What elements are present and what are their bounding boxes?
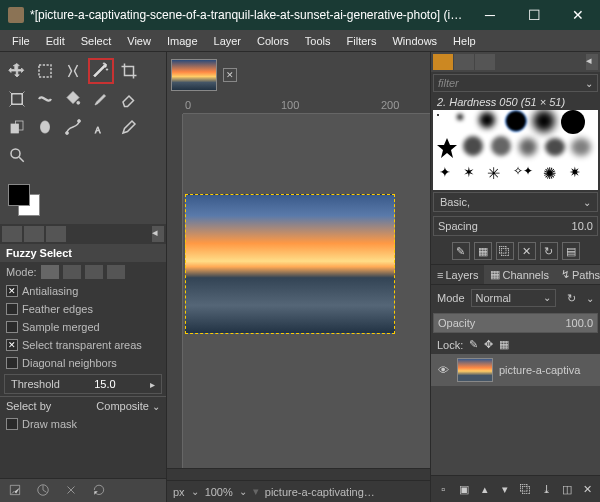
paths-tab[interactable]: ↯Paths xyxy=(555,265,600,284)
open-brush-icon[interactable]: ▤ xyxy=(562,242,580,260)
paths-tool[interactable] xyxy=(60,114,86,140)
reset-preset-icon[interactable] xyxy=(92,483,106,499)
menu-tools[interactable]: Tools xyxy=(297,33,339,49)
duplicate-layer-icon[interactable]: ⿻ xyxy=(518,480,535,498)
smudge-tool[interactable] xyxy=(32,114,58,140)
brush-preset-dropdown[interactable]: Basic,⌄ xyxy=(433,192,598,212)
canvas[interactable] xyxy=(183,114,430,468)
menu-filters[interactable]: Filters xyxy=(339,33,385,49)
sample-merged-checkbox[interactable] xyxy=(6,321,18,333)
menu-layer[interactable]: Layer xyxy=(206,33,250,49)
tab-menu-icon[interactable]: ◂ xyxy=(586,54,598,70)
antialiasing-checkbox[interactable] xyxy=(6,285,18,297)
brush-filter[interactable]: filter⌄ xyxy=(433,74,598,92)
menu-select[interactable]: Select xyxy=(73,33,120,49)
layer-row[interactable]: 👁 picture-a-captiva xyxy=(431,354,600,386)
zoom-tool[interactable] xyxy=(4,142,30,168)
spacing-slider[interactable]: Spacing10.0 xyxy=(433,216,598,236)
new-brush-icon[interactable]: ▦ xyxy=(474,242,492,260)
fonts-tab-icon[interactable] xyxy=(475,54,495,70)
threshold-label: Threshold xyxy=(11,378,60,390)
transform-tool[interactable] xyxy=(4,86,30,112)
color-picker-tool[interactable] xyxy=(116,114,142,140)
lower-layer-icon[interactable]: ▾ xyxy=(497,480,514,498)
drawmask-checkbox[interactable] xyxy=(6,418,18,430)
menu-windows[interactable]: Windows xyxy=(384,33,445,49)
paintbrush-tool[interactable] xyxy=(88,86,114,112)
lock-pixels-icon[interactable]: ✎ xyxy=(469,338,478,351)
tool-options-tab[interactable] xyxy=(2,226,22,242)
opacity-slider[interactable]: Opacity100.0 xyxy=(433,313,598,333)
visibility-icon[interactable]: 👁 xyxy=(435,364,451,376)
save-preset-icon[interactable] xyxy=(8,483,22,499)
mode-reset-icon[interactable]: ↻ xyxy=(562,289,580,307)
brushes-tab-icon[interactable] xyxy=(433,54,453,70)
warp-tool[interactable] xyxy=(32,86,58,112)
minimize-button[interactable]: ─ xyxy=(468,0,512,30)
select-by-dropdown[interactable]: Select byComposite ⌄ xyxy=(0,396,166,415)
move-tool[interactable] xyxy=(4,58,30,84)
bucket-fill-tool[interactable] xyxy=(60,86,86,112)
image-tab-thumb[interactable] xyxy=(171,59,217,91)
mask-icon[interactable]: ◫ xyxy=(559,480,576,498)
diagonal-checkbox[interactable] xyxy=(6,357,18,369)
edit-brush-icon[interactable]: ✎ xyxy=(452,242,470,260)
feather-checkbox[interactable] xyxy=(6,303,18,315)
tool-options-tabs: ◂ xyxy=(0,224,166,244)
lock-position-icon[interactable]: ✥ xyxy=(484,338,493,351)
menu-colors[interactable]: Colors xyxy=(249,33,297,49)
layer-name[interactable]: picture-a-captiva xyxy=(499,364,580,376)
menu-view[interactable]: View xyxy=(119,33,159,49)
maximize-button[interactable]: ☐ xyxy=(512,0,556,30)
close-button[interactable]: ✕ xyxy=(556,0,600,30)
blend-mode-dropdown[interactable]: Normal⌄ xyxy=(471,289,556,307)
delete-preset-icon[interactable] xyxy=(64,483,78,499)
menu-help[interactable]: Help xyxy=(445,33,484,49)
mode-subtract[interactable] xyxy=(85,265,103,279)
layers-tab[interactable]: ≡Layers xyxy=(431,265,484,284)
fuzzy-select-tool[interactable] xyxy=(88,58,114,84)
layer-thumbnail[interactable] xyxy=(457,358,493,382)
new-layer-icon[interactable]: ▫ xyxy=(435,480,452,498)
drawmask-label: Draw mask xyxy=(22,418,77,430)
horizontal-scrollbar[interactable] xyxy=(167,468,430,480)
merge-down-icon[interactable]: ⤓ xyxy=(538,480,555,498)
undo-history-tab[interactable] xyxy=(46,226,66,242)
mode-replace[interactable] xyxy=(41,265,59,279)
channels-tab[interactable]: ▦Channels xyxy=(484,265,554,284)
restore-preset-icon[interactable] xyxy=(36,483,50,499)
free-select-tool[interactable] xyxy=(60,58,86,84)
text-tool[interactable]: A xyxy=(88,114,114,140)
image-tab-close[interactable]: ✕ xyxy=(223,68,237,82)
tab-menu-icon[interactable]: ◂ xyxy=(152,226,164,242)
threshold-value: 15.0 xyxy=(94,378,115,390)
mode-intersect[interactable] xyxy=(107,265,125,279)
threshold-slider[interactable]: Threshold15.0▸ xyxy=(4,374,162,394)
brush-grid[interactable]: ✦ ✶ ✳ ✧✦ ✺ ✷ xyxy=(433,110,598,190)
device-status-tab[interactable] xyxy=(24,226,44,242)
foreground-color[interactable] xyxy=(8,184,30,206)
menu-edit[interactable]: Edit xyxy=(38,33,73,49)
duplicate-brush-icon[interactable]: ⿻ xyxy=(496,242,514,260)
unit-dropdown[interactable]: px xyxy=(173,486,185,498)
menu-image[interactable]: Image xyxy=(159,33,206,49)
zoom-value[interactable]: 100% xyxy=(205,486,233,498)
clone-tool[interactable] xyxy=(4,114,30,140)
menu-file[interactable]: File xyxy=(4,33,38,49)
lock-alpha-icon[interactable]: ▦ xyxy=(499,338,509,351)
delete-brush-icon[interactable]: ✕ xyxy=(518,242,536,260)
svg-point-9 xyxy=(78,120,81,123)
new-group-icon[interactable]: ▣ xyxy=(456,480,473,498)
raise-layer-icon[interactable]: ▴ xyxy=(476,480,493,498)
image-content[interactable] xyxy=(185,194,395,334)
crop-tool[interactable] xyxy=(116,58,142,84)
mode-add[interactable] xyxy=(63,265,81,279)
refresh-brush-icon[interactable]: ↻ xyxy=(540,242,558,260)
horizontal-ruler: 0 100 200 xyxy=(183,98,430,114)
svg-text:A: A xyxy=(95,126,101,135)
select-transparent-checkbox[interactable] xyxy=(6,339,18,351)
delete-layer-icon[interactable]: ✕ xyxy=(579,480,596,498)
patterns-tab-icon[interactable] xyxy=(454,54,474,70)
rect-select-tool[interactable] xyxy=(32,58,58,84)
eraser-tool[interactable] xyxy=(116,86,142,112)
